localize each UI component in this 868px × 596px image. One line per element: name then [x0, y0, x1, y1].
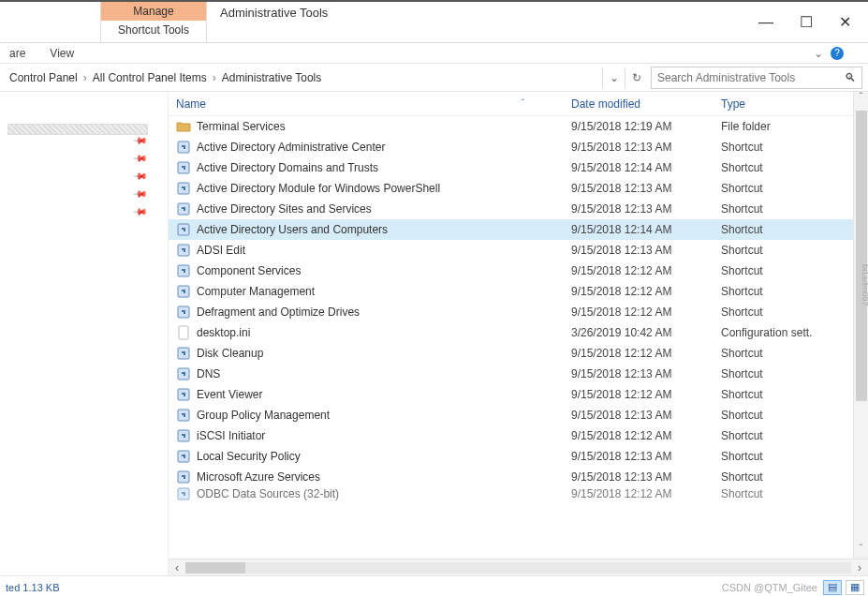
status-bar: ted 1.13 KB CSDN @QTM_Gitee ▤ ▦	[0, 575, 868, 596]
file-date: 9/15/2018 12:13 AM	[571, 470, 721, 484]
file-type: Shortcut	[721, 264, 868, 277]
file-date: 9/15/2018 12:13 AM	[571, 141, 721, 154]
file-type: Shortcut	[721, 202, 868, 216]
file-row[interactable]: Group Policy Management9/15/2018 12:13 A…	[169, 405, 868, 425]
file-type: Shortcut	[721, 367, 868, 380]
view-large-icons-button[interactable]: ▦	[846, 580, 864, 595]
file-type: Shortcut	[721, 347, 868, 360]
file-row[interactable]: DNS9/15/2018 12:13 AMShortcut	[169, 364, 868, 384]
file-icon	[176, 487, 191, 500]
file-name: Active Directory Domains and Trusts	[197, 161, 571, 174]
file-row[interactable]: Disk Cleanup9/15/2018 12:12 AMShortcut	[169, 343, 868, 364]
minimize-button[interactable]: —	[758, 14, 773, 31]
search-icon[interactable]: 🔍︎	[839, 71, 861, 84]
scroll-thumb[interactable]	[856, 111, 867, 401]
file-icon	[176, 305, 191, 320]
file-name: desktop.ini	[197, 326, 571, 339]
nav-pane[interactable]: 📌📌📌📌📌	[0, 92, 169, 575]
horizontal-scrollbar[interactable]: ‹ ›	[169, 559, 868, 575]
file-row[interactable]: iSCSI Initiator9/15/2018 12:12 AMShortcu…	[169, 425, 868, 446]
file-type: Shortcut	[721, 161, 868, 174]
column-header-type[interactable]: Type	[721, 97, 868, 111]
file-date: 9/15/2018 12:13 AM	[571, 450, 721, 463]
file-date: 9/15/2018 12:14 AM	[571, 223, 721, 236]
file-icon	[176, 346, 191, 361]
breadcrumb-item[interactable]: Administrative Tools	[218, 71, 326, 84]
file-type: Shortcut	[721, 141, 868, 154]
file-row[interactable]: Active Directory Module for Windows Powe…	[169, 178, 868, 199]
file-type: Configuration sett.	[721, 326, 868, 339]
scroll-up-icon[interactable]: ˆ	[854, 92, 868, 107]
ribbon-share[interactable]: are	[9, 47, 25, 60]
maximize-button[interactable]: ☐	[800, 13, 813, 31]
file-type: Shortcut	[721, 305, 868, 319]
file-icon	[176, 387, 191, 402]
file-name: Event Viewer	[197, 388, 571, 401]
file-date: 9/15/2018 12:12 AM	[571, 305, 721, 319]
file-row[interactable]: ADSI Edit9/15/2018 12:13 AMShortcut	[169, 240, 868, 261]
file-icon	[176, 222, 191, 237]
file-name: Active Directory Administrative Center	[197, 141, 571, 154]
file-icon	[176, 449, 191, 464]
file-type: Shortcut	[721, 244, 868, 257]
file-name: Group Policy Management	[197, 409, 571, 422]
vertical-scrollbar[interactable]: ˆ ˇ	[853, 92, 868, 559]
file-type: Shortcut	[721, 470, 868, 484]
ribbon-expand-icon[interactable]: ⌄	[814, 47, 823, 60]
tab-shortcut-tools[interactable]: Shortcut Tools	[101, 21, 206, 39]
file-row[interactable]: Local Security Policy9/15/2018 12:13 AMS…	[169, 446, 868, 467]
file-name: Microsoft Azure Services	[197, 470, 571, 484]
refresh-button[interactable]: ↻	[625, 67, 647, 88]
view-details-button[interactable]: ▤	[823, 580, 842, 595]
file-type: Shortcut	[721, 429, 868, 442]
file-name: Component Services	[197, 264, 571, 277]
file-date: 9/15/2018 12:13 AM	[571, 244, 721, 257]
breadcrumb-dropdown-icon[interactable]: ⌄	[602, 67, 625, 88]
window-title: Administrative Tools	[207, 2, 341, 42]
search-input[interactable]	[652, 71, 839, 84]
scroll-thumb[interactable]	[185, 562, 245, 574]
file-row[interactable]: Event Viewer9/15/2018 12:12 AMShortcut	[169, 384, 868, 405]
column-header-name[interactable]: Nameˆ	[169, 97, 571, 111]
scroll-left-icon[interactable]: ‹	[169, 561, 185, 574]
file-row[interactable]: Computer Management9/15/2018 12:12 AMSho…	[169, 281, 868, 302]
file-type: Shortcut	[721, 182, 868, 195]
scroll-down-icon[interactable]: ˇ	[854, 544, 868, 559]
file-name: ODBC Data Sources (32-bit)	[197, 487, 571, 500]
status-text: ted 1.13 KB	[6, 582, 60, 593]
file-type: Shortcut	[721, 487, 868, 500]
close-button[interactable]: ✕	[839, 13, 851, 31]
file-date: 9/15/2018 12:13 AM	[571, 367, 721, 380]
file-row[interactable]: Active Directory Administrative Center9/…	[169, 137, 868, 157]
nav-item-placeholder[interactable]	[7, 124, 148, 135]
file-name: Disk Cleanup	[197, 347, 571, 360]
side-label: bi1adm097	[861, 264, 868, 306]
column-header-date[interactable]: Date modified	[571, 97, 721, 111]
file-name: ADSI Edit	[197, 244, 571, 257]
ribbon-contextual-tabs: Manage Shortcut Tools	[100, 2, 207, 42]
file-name: Terminal Services	[197, 120, 571, 133]
search-box[interactable]: 🔍︎	[651, 67, 862, 89]
breadcrumb-item[interactable]: Control Panel	[6, 71, 81, 84]
file-row[interactable]: Terminal Services9/15/2018 12:19 AMFile …	[169, 116, 868, 137]
file-row[interactable]: Active Directory Domains and Trusts9/15/…	[169, 157, 868, 178]
breadcrumb-item[interactable]: All Control Panel Items	[89, 71, 211, 84]
file-type: Shortcut	[721, 223, 868, 236]
help-icon[interactable]: ?	[831, 47, 844, 60]
scroll-right-icon[interactable]: ›	[851, 561, 868, 574]
file-row[interactable]: Active Directory Sites and Services9/15/…	[169, 199, 868, 219]
file-row[interactable]: desktop.ini3/26/2019 10:42 AMConfigurati…	[169, 322, 868, 343]
file-type: Shortcut	[721, 285, 868, 298]
file-row[interactable]: Defragment and Optimize Drives9/15/2018 …	[169, 302, 868, 322]
file-type: File folder	[721, 120, 868, 133]
file-type: Shortcut	[721, 450, 868, 463]
file-row[interactable]: Microsoft Azure Services9/15/2018 12:13 …	[169, 467, 868, 487]
file-icon	[176, 201, 191, 216]
file-row[interactable]: Active Directory Users and Computers9/15…	[169, 219, 868, 240]
tab-manage[interactable]: Manage	[101, 2, 206, 21]
ribbon-view[interactable]: View	[50, 47, 74, 60]
file-date: 9/15/2018 12:13 AM	[571, 409, 721, 422]
file-row[interactable]: Component Services9/15/2018 12:12 AMShor…	[169, 261, 868, 281]
file-row[interactable]: ODBC Data Sources (32-bit)9/15/2018 12:1…	[169, 487, 868, 500]
file-icon	[176, 428, 191, 443]
